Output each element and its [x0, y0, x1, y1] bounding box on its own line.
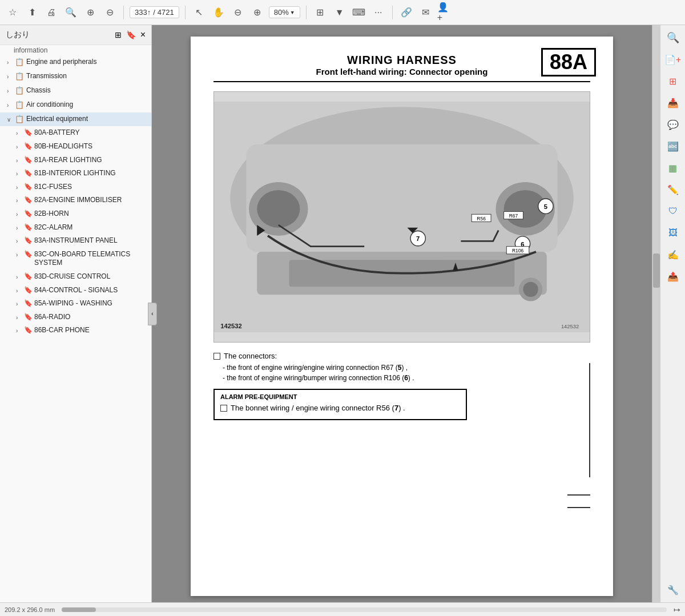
- upload-arrow-icon[interactable]: ⊕: [82, 5, 98, 21]
- right-btn-comment[interactable]: 💬: [663, 114, 683, 135]
- sidebar-item-83a[interactable]: › 🔖 83A-INSTRUMENT PANEL: [0, 234, 151, 248]
- right-btn-wrench[interactable]: 🔧: [663, 579, 683, 600]
- sidebar-item-label-85a: 85A-WIPING - WASHING: [34, 299, 147, 308]
- svg-text:5: 5: [544, 203, 547, 210]
- sidebar-item-82b[interactable]: › 🔖 82B-HORN: [0, 207, 151, 221]
- right-btn-shield[interactable]: 🛡: [663, 201, 683, 222]
- zoom-out-icon[interactable]: ⊖: [230, 5, 246, 21]
- sidebar-item-82a[interactable]: › 🔖 82A-ENGINE IMMOBILISER: [0, 194, 151, 207]
- pdf-page: WIRING HARNESS Front left-hand wiring: C…: [191, 37, 613, 596]
- horizontal-scrollbar[interactable]: [62, 607, 667, 612]
- right-btn-edit-underline[interactable]: ✍: [663, 244, 683, 265]
- sidebar-item-81c[interactable]: › 🔖 81C-FUSES: [0, 180, 151, 194]
- expand-arrow-aircon: ›: [7, 100, 15, 109]
- col-left: The connectors: - the front of engine wi…: [213, 352, 467, 508]
- sidebar-item-electrical[interactable]: ∨ 📋 Electrical equipment: [0, 112, 151, 127]
- sidebar-item-chassis[interactable]: › 📋 Chassis: [0, 84, 151, 98]
- toolbar-separator-2: [185, 6, 186, 19]
- svg-text:R67: R67: [509, 213, 518, 219]
- svg-point-6: [257, 190, 300, 228]
- zoom-in-icon[interactable]: ⊕: [249, 5, 265, 21]
- sidebar-grid-icon[interactable]: ⊞: [115, 30, 122, 39]
- expand-arrow-85a: ›: [16, 299, 24, 308]
- right-btn-search[interactable]: 🔍: [663, 27, 683, 48]
- sidebar-item-label-82c: 82C-ALARM: [34, 223, 147, 232]
- scrollbar-thumb[interactable]: [653, 253, 660, 288]
- right-btn-grid-bookmark[interactable]: ⊞: [663, 71, 683, 91]
- sidebar-item-label-80b: 80B-HEADLIGHTS: [34, 142, 147, 151]
- zoom-out-search-icon[interactable]: 🔍: [63, 5, 79, 21]
- sidebar-item-label-83a: 83A-INSTRUMENT PANEL: [34, 236, 147, 245]
- right-btn-image-search[interactable]: 🖼: [663, 223, 683, 243]
- connector-r67-line: - the front of engine wiring/engine wiri…: [213, 364, 467, 372]
- sidebar-item-86b[interactable]: › 🔖 86B-CAR PHONE: [0, 324, 151, 337]
- page-divider: [213, 81, 590, 82]
- expand-arrow-81a: ›: [16, 156, 24, 164]
- svg-text:R106: R106: [512, 248, 524, 253]
- right-btn-edit-pen[interactable]: ✏️: [663, 179, 683, 200]
- sidebar-item-81b[interactable]: › 🔖 81B-INTERIOR LIGHTING: [0, 167, 151, 180]
- sidebar-item-81a[interactable]: › 🔖 81A-REAR LIGHTING: [0, 154, 151, 167]
- download-arrow-icon[interactable]: ⊖: [102, 5, 118, 21]
- sidebar-item-83d[interactable]: › 🔖 83D-CRUISE CONTROL: [0, 270, 151, 284]
- right-btn-grid-view[interactable]: ▦: [663, 158, 683, 178]
- horizontal-scrollbar-thumb[interactable]: [62, 607, 96, 612]
- toolbar-separator-4: [392, 6, 393, 19]
- expand-arrow-81c: ›: [16, 183, 24, 191]
- envelope-icon[interactable]: ✉: [418, 5, 434, 21]
- page-icon-82b: 🔖: [24, 210, 33, 219]
- fit-page-icon[interactable]: ⊞: [312, 5, 328, 21]
- right-btn-page-add[interactable]: 📄+: [663, 49, 683, 70]
- more-options-icon[interactable]: ···: [370, 5, 386, 21]
- content-area[interactable]: WIRING HARNESS Front left-hand wiring: C…: [152, 25, 652, 602]
- cursor-tool-icon[interactable]: ↖: [191, 5, 207, 21]
- keyboard-icon[interactable]: ⌨: [351, 5, 367, 21]
- add-user-icon[interactable]: 👤+: [437, 5, 453, 21]
- sidebar-header: しおり ⊞ 🔖 ×: [0, 25, 151, 45]
- star-icon[interactable]: ☆: [5, 5, 21, 21]
- right-btn-translate[interactable]: 🔤: [663, 136, 683, 156]
- sidebar-item-label-81b: 81B-INTERIOR LIGHTING: [34, 169, 147, 178]
- page-header: WIRING HARNESS Front left-hand wiring: C…: [213, 54, 590, 77]
- sidebar-item-aircon[interactable]: › 📋 Air conditioning: [0, 98, 151, 112]
- page-icon-81b: 🔖: [24, 169, 33, 178]
- page-icon-80b: 🔖: [24, 142, 33, 151]
- right-btn-pdf-add[interactable]: 📥: [663, 92, 683, 113]
- sidebar-item-86a[interactable]: › 🔖 86A-RADIO: [0, 311, 151, 324]
- sidebar-close-button[interactable]: ×: [140, 30, 146, 40]
- right-btn-file-export[interactable]: 📤: [663, 266, 683, 287]
- sidebar-item-80a[interactable]: › 🔖 80A-BATTERY: [0, 126, 151, 140]
- text-section: The connectors: - the front of engine wi…: [213, 352, 590, 508]
- page-dimensions: 209.2 x 296.0 mm: [5, 606, 55, 613]
- expand-arrow-86a: ›: [16, 313, 24, 321]
- print-icon[interactable]: 🖨: [43, 5, 59, 21]
- sidebar-item-84a[interactable]: › 🔖 84A-CONTROL - SIGNALS: [0, 284, 151, 297]
- sidebar-bookmark-icon[interactable]: 🔖: [126, 30, 136, 39]
- sidebar-title: しおり: [6, 30, 30, 40]
- page-indicator[interactable]: 333↑ / 4721: [130, 6, 179, 18]
- page-current: 333↑: [135, 8, 151, 17]
- right-arrow-icon[interactable]: ↦: [674, 605, 680, 614]
- sidebar-item-engine[interactable]: › 📋 Engine and peripherals: [0, 55, 151, 70]
- sidebar-item-85a[interactable]: › 🔖 85A-WIPING - WASHING: [0, 297, 151, 311]
- sidebar-item-83c[interactable]: › 🔖 83C-ON-BOARD TELEMATICS SYSTEM: [0, 248, 151, 270]
- page-icon-83c: 🔖: [24, 250, 33, 259]
- zoom-selector[interactable]: 80% ▼: [269, 6, 300, 18]
- book-icon-chassis: 📋: [15, 86, 24, 96]
- hand-tool-icon[interactable]: ✋: [211, 5, 227, 21]
- sidebar-item-82c[interactable]: › 🔖 82C-ALARM: [0, 221, 151, 235]
- book-icon-electrical: 📋: [15, 115, 24, 124]
- sidebar-item-label-81c: 81C-FUSES: [34, 183, 147, 192]
- right-sidebar: 🔍 📄+ ⊞ 📥 💬 🔤 ▦ ✏️ 🛡 🖼 ✍ 📤 🔧: [660, 25, 685, 602]
- link-icon[interactable]: 🔗: [398, 5, 414, 21]
- sidebar-collapse-button[interactable]: ‹: [148, 303, 157, 325]
- bonnet-wiring-label: The bonnet wiring / engine wiring connec…: [231, 404, 405, 412]
- main-toolbar: ☆ ⬆ 🖨 🔍 ⊕ ⊖ 333↑ / 4721 ↖ ✋ ⊖ ⊕ 80% ▼ ⊞ …: [0, 0, 685, 25]
- sidebar-item-80b[interactable]: › 🔖 80B-HEADLIGHTS: [0, 140, 151, 154]
- sidebar-item-transmission[interactable]: › 📋 Transmission: [0, 70, 151, 84]
- vertical-scrollbar[interactable]: [652, 25, 660, 602]
- page-icon-83a: 🔖: [24, 236, 33, 245]
- page-sep: /: [153, 8, 155, 17]
- fit-chevron-icon[interactable]: ▼: [332, 5, 348, 21]
- upload-icon[interactable]: ⬆: [24, 5, 40, 21]
